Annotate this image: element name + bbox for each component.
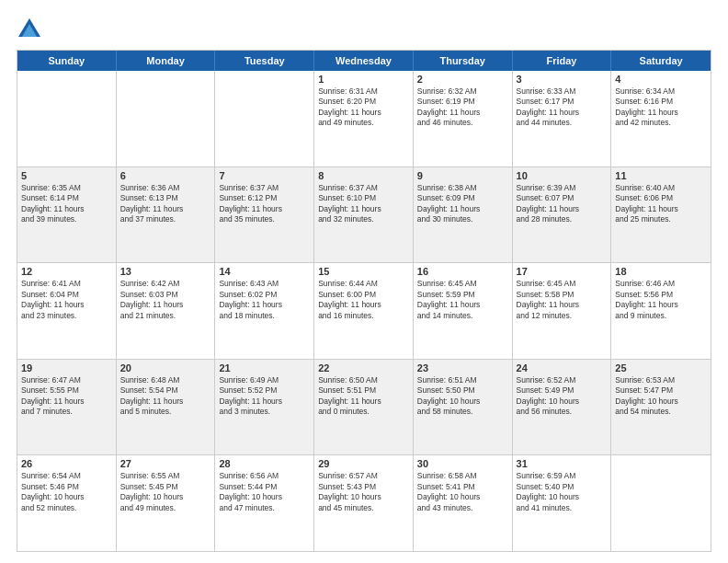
calendar-cell-29: 29Sunrise: 6:57 AMSunset: 5:43 PMDayligh…	[314, 455, 414, 551]
cell-line: and 9 minutes.	[615, 311, 707, 321]
cell-line: Daylight: 11 hours	[615, 300, 707, 310]
cell-line: Sunset: 5:40 PM	[517, 482, 608, 492]
cell-line: Sunset: 5:58 PM	[517, 290, 608, 300]
cell-line: and 18 minutes.	[219, 311, 310, 321]
day-number: 10	[517, 170, 608, 181]
calendar-cell-22: 22Sunrise: 6:50 AMSunset: 5:51 PMDayligh…	[314, 360, 414, 455]
cell-line: Sunrise: 6:42 AM	[120, 279, 211, 289]
cell-line: Sunset: 5:44 PM	[219, 482, 310, 492]
calendar-cell-24: 24Sunrise: 6:52 AMSunset: 5:49 PMDayligh…	[513, 360, 612, 455]
cell-line: Sunset: 6:10 PM	[318, 193, 409, 203]
header-day-saturday: Saturday	[611, 51, 711, 71]
cell-line: Sunset: 6:12 PM	[219, 193, 310, 203]
cell-line: and 35 minutes.	[219, 214, 310, 224]
calendar-cell-6: 6Sunrise: 6:36 AMSunset: 6:13 PMDaylight…	[117, 167, 216, 263]
cell-line: Sunrise: 6:41 AM	[21, 279, 112, 289]
cell-line: Sunrise: 6:58 AM	[417, 471, 508, 481]
cell-line: and 12 minutes.	[517, 311, 608, 321]
day-number: 9	[417, 170, 508, 181]
day-number: 28	[219, 458, 310, 469]
header-day-thursday: Thursday	[414, 51, 513, 71]
cell-line: Sunset: 6:09 PM	[417, 193, 508, 203]
day-number: 7	[219, 170, 310, 181]
cell-line: Daylight: 11 hours	[517, 300, 608, 310]
cell-line: Sunrise: 6:31 AM	[318, 86, 409, 97]
calendar-cell-12: 12Sunrise: 6:41 AMSunset: 6:04 PMDayligh…	[17, 263, 117, 359]
cell-line: Sunrise: 6:46 AM	[615, 279, 707, 289]
header	[17, 17, 711, 42]
cell-line: Sunset: 6:16 PM	[615, 97, 707, 107]
day-number: 22	[318, 362, 409, 373]
cell-line: and 32 minutes.	[318, 214, 409, 224]
cell-line: Sunrise: 6:55 AM	[120, 471, 211, 481]
day-number: 12	[21, 266, 112, 277]
cell-line: Daylight: 11 hours	[120, 204, 211, 214]
calendar-cell-28: 28Sunrise: 6:56 AMSunset: 5:44 PMDayligh…	[215, 455, 314, 551]
cell-line: Sunset: 6:07 PM	[517, 193, 608, 203]
cell-line: Sunset: 6:14 PM	[21, 193, 112, 203]
cell-line: and 21 minutes.	[120, 311, 211, 321]
cell-line: Sunrise: 6:54 AM	[21, 471, 112, 481]
cell-line: Sunset: 5:56 PM	[615, 290, 707, 300]
cell-line: Sunset: 5:41 PM	[417, 482, 508, 492]
calendar-cell-3: 3Sunrise: 6:33 AMSunset: 6:17 PMDaylight…	[513, 71, 612, 167]
cell-line: and 23 minutes.	[21, 311, 112, 321]
day-number: 23	[417, 362, 508, 373]
cell-line: Sunset: 5:59 PM	[417, 290, 508, 300]
calendar-cell-1: 1Sunrise: 6:31 AMSunset: 6:20 PMDaylight…	[314, 71, 414, 167]
day-number: 6	[120, 170, 211, 181]
cell-line: and 56 minutes.	[517, 407, 608, 417]
calendar-header: SundayMondayTuesdayWednesdayThursdayFrid…	[17, 51, 711, 71]
cell-line: Daylight: 11 hours	[318, 396, 409, 407]
cell-line: Sunset: 5:52 PM	[219, 385, 310, 396]
cell-line: Daylight: 11 hours	[21, 396, 112, 407]
cell-line: Sunset: 5:43 PM	[318, 482, 409, 492]
day-number: 25	[615, 362, 707, 373]
day-number: 3	[517, 74, 608, 85]
cell-line: and 52 minutes.	[21, 503, 112, 513]
cell-line: Sunrise: 6:38 AM	[417, 183, 508, 193]
cell-line: Sunrise: 6:48 AM	[120, 375, 211, 385]
logo	[17, 17, 46, 42]
calendar-cell-18: 18Sunrise: 6:46 AMSunset: 5:56 PMDayligh…	[611, 263, 711, 359]
cell-line: Sunset: 5:50 PM	[417, 385, 508, 396]
day-number: 19	[21, 362, 112, 373]
cell-line: and 0 minutes.	[318, 407, 409, 417]
calendar-cell-empty-4-6	[611, 455, 711, 551]
calendar-cell-empty-0-0	[17, 71, 117, 167]
cell-line: Daylight: 10 hours	[318, 492, 409, 502]
cell-line: and 14 minutes.	[417, 311, 508, 321]
day-number: 4	[615, 74, 707, 85]
cell-line: Daylight: 10 hours	[21, 492, 112, 502]
cell-line: Daylight: 11 hours	[219, 204, 310, 214]
cell-line: Daylight: 10 hours	[417, 492, 508, 502]
cell-line: Sunset: 5:49 PM	[517, 385, 608, 396]
calendar-cell-14: 14Sunrise: 6:43 AMSunset: 6:02 PMDayligh…	[215, 263, 314, 359]
cell-line: Daylight: 11 hours	[219, 300, 310, 310]
cell-line: Sunrise: 6:53 AM	[615, 375, 707, 385]
cell-line: Daylight: 11 hours	[417, 204, 508, 214]
cell-line: Sunrise: 6:49 AM	[219, 375, 310, 385]
cell-line: and 41 minutes.	[517, 503, 608, 513]
header-day-friday: Friday	[513, 51, 612, 71]
day-number: 24	[517, 362, 608, 373]
cell-line: and 54 minutes.	[615, 407, 707, 417]
cell-line: Daylight: 11 hours	[21, 300, 112, 310]
day-number: 11	[615, 170, 707, 181]
cell-line: and 5 minutes.	[120, 407, 211, 417]
cell-line: Daylight: 11 hours	[219, 396, 310, 407]
cell-line: Sunrise: 6:40 AM	[615, 183, 707, 193]
cell-line: Sunrise: 6:37 AM	[318, 183, 409, 193]
calendar-cell-20: 20Sunrise: 6:48 AMSunset: 5:54 PMDayligh…	[117, 360, 216, 455]
cell-line: and 25 minutes.	[615, 214, 707, 224]
cell-line: Daylight: 11 hours	[120, 396, 211, 407]
cell-line: Sunrise: 6:35 AM	[21, 183, 112, 193]
cell-line: and 45 minutes.	[318, 503, 409, 513]
cell-line: Daylight: 10 hours	[219, 492, 310, 502]
day-number: 14	[219, 266, 310, 277]
calendar-cell-16: 16Sunrise: 6:45 AMSunset: 5:59 PMDayligh…	[414, 263, 513, 359]
calendar-row-4: 19Sunrise: 6:47 AMSunset: 5:55 PMDayligh…	[17, 360, 711, 456]
day-number: 8	[318, 170, 409, 181]
header-day-wednesday: Wednesday	[314, 51, 414, 71]
cell-line: Sunset: 6:04 PM	[21, 290, 112, 300]
